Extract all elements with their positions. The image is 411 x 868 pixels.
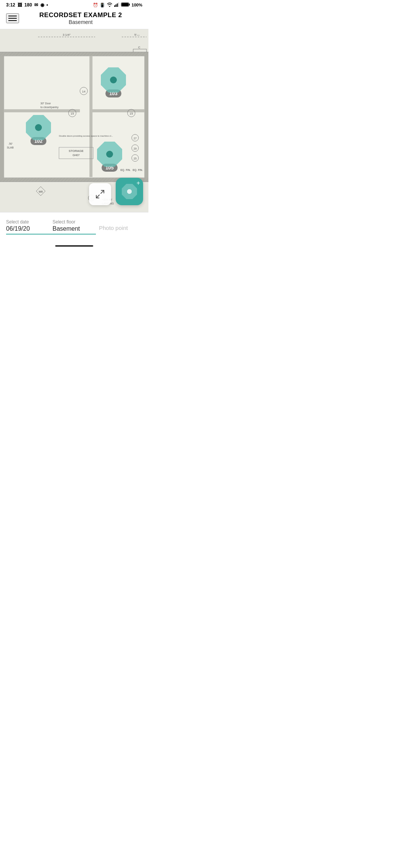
page-title: RECORDSET EXAMPLE 2 — [19, 11, 142, 19]
floor-label: Select floor — [53, 219, 93, 225]
svg-line-58 — [101, 190, 104, 193]
photo-point-103[interactable]: 103 — [101, 67, 126, 97]
svg-rect-3 — [118, 3, 119, 7]
notification-icon: ◉ — [40, 2, 44, 8]
octagon-inner-103 — [110, 77, 117, 83]
photo-point-105[interactable]: 105 — [97, 142, 122, 172]
bottom-bar: Select date 06/19/20 Select floor Baseme… — [0, 212, 148, 242]
mail-icon: ✉ — [34, 2, 38, 8]
menu-button[interactable] — [6, 13, 19, 23]
time-display: 3:12 — [6, 2, 15, 8]
alarm-icon: ⏰ — [93, 3, 98, 8]
svg-text:.50': .50' — [8, 142, 13, 145]
svg-rect-52 — [0, 52, 4, 182]
octagon-102 — [26, 115, 51, 140]
svg-text:C: C — [138, 46, 140, 49]
svg-text:SLAB: SLAB — [7, 146, 14, 149]
svg-text:25: 25 — [134, 157, 137, 160]
add-point-octagon-inner — [127, 189, 132, 194]
action-buttons: + — [89, 178, 143, 205]
svg-rect-5 — [129, 4, 130, 6]
nav-pill — [55, 245, 93, 247]
svg-text:30" Door: 30" Door — [40, 102, 51, 105]
svg-text:29: 29 — [134, 147, 137, 150]
dot-icon: • — [46, 2, 48, 8]
expand-button[interactable] — [89, 183, 111, 205]
header-title-block: RECORDSET EXAMPLE 2 Basement — [19, 11, 142, 25]
svg-text:27: 27 — [134, 137, 137, 140]
svg-line-57 — [96, 195, 99, 198]
expand-icon — [95, 189, 105, 199]
svg-rect-11 — [91, 109, 145, 112]
svg-text:15: 15 — [130, 112, 133, 115]
date-value: 06/19/20 — [6, 225, 46, 232]
photo-point-field[interactable]: Photo point — [96, 218, 142, 235]
signal-icon — [114, 2, 119, 8]
octagon-inner-105 — [106, 151, 113, 158]
svg-rect-55 — [0, 52, 148, 56]
svg-text:5'—: 5'— — [134, 33, 140, 37]
photo-point-label: Photo point — [99, 219, 139, 231]
svg-rect-1 — [115, 5, 116, 7]
svg-text:EQ. FIN.: EQ. FIN. — [132, 169, 143, 172]
svg-text:Double doors providing access : Double doors providing access space to m… — [59, 135, 113, 137]
svg-text:15: 15 — [71, 112, 74, 115]
floor-value: Basement — [53, 225, 93, 232]
svg-rect-13 — [89, 112, 92, 177]
plus-icon: + — [137, 180, 140, 186]
blueprint-area[interactable]: STORAGE GH07 3 1/4" 5'— 14 15 15 27 29 2… — [0, 29, 148, 212]
add-photo-point-button[interactable]: + — [116, 178, 143, 205]
svg-text:to closet/pantry: to closet/pantry — [40, 106, 59, 109]
svg-text:STORAGE: STORAGE — [69, 149, 84, 153]
octagon-inner-102 — [35, 124, 42, 131]
hamburger-line — [8, 16, 17, 16]
svg-rect-2 — [117, 3, 118, 7]
svg-text:W8: W8 — [39, 190, 43, 193]
octagon-105 — [97, 142, 122, 167]
status-bar: 3:12 🖼 180 ✉ ◉ • ⏰ 📳 — [0, 0, 148, 9]
photo-point-102[interactable]: 102 — [26, 115, 51, 145]
bottom-nav-indicator — [0, 242, 148, 248]
bottom-fields: Select date 06/19/20 Select floor Baseme… — [6, 218, 142, 235]
svg-rect-0 — [114, 5, 115, 7]
svg-rect-12 — [89, 56, 92, 112]
svg-rect-53 — [145, 52, 148, 182]
gallery-icon: 🖼 — [18, 2, 22, 8]
svg-text:GH07: GH07 — [73, 154, 80, 156]
vibrate-icon: 📳 — [100, 3, 105, 8]
header: RECORDSET EXAMPLE 2 Basement — [0, 9, 148, 29]
photo-count: 180 — [24, 2, 32, 8]
battery-percent: 100% — [132, 3, 142, 7]
octagon-103 — [101, 67, 126, 93]
hamburger-line — [8, 20, 17, 21]
svg-text:14: 14 — [82, 90, 86, 93]
add-point-octagon — [122, 184, 137, 199]
date-label: Select date — [6, 219, 46, 225]
page-subtitle: Basement — [19, 19, 142, 25]
svg-text:3 1/4": 3 1/4" — [63, 33, 71, 37]
wifi-icon — [107, 2, 113, 8]
battery-icon — [121, 2, 130, 8]
date-field[interactable]: Select date 06/19/20 — [6, 218, 49, 235]
floor-field[interactable]: Select floor Basement — [49, 218, 96, 235]
svg-rect-10 — [4, 109, 80, 112]
hamburger-line — [8, 18, 17, 19]
svg-rect-6 — [121, 3, 128, 6]
